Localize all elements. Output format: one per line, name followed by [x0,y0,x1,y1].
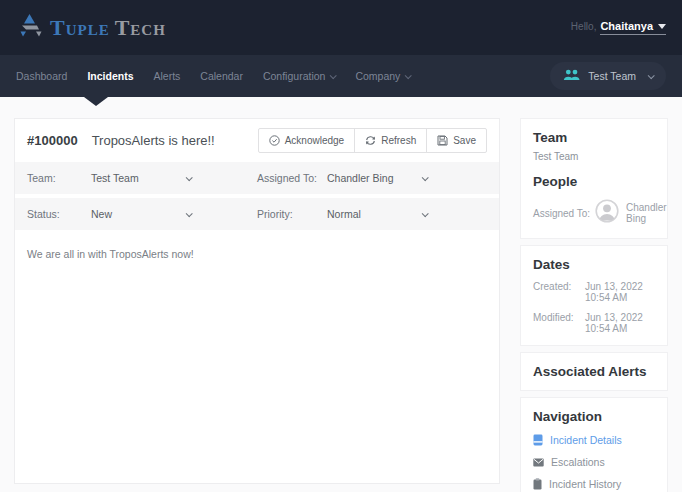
assigned-to-select-value: Chandler Bing [327,172,422,184]
incident-card-header: #100000 TroposAlerts is here!! Acknowled… [15,119,499,162]
nav-link-label: Incident History [549,478,621,490]
team-select-value: Test Team [91,172,186,184]
modified-row: Modified: Jun 13, 2022 10:54 AM [533,312,655,334]
nav-link-label: Incident Details [550,434,622,446]
main-nav: Dashboard Incidents Alerts Calendar Conf… [0,55,682,97]
assigned-to-select[interactable]: Chandler Bing [327,172,427,184]
incident-title: TroposAlerts is here!! [92,133,215,148]
incident-id: #100000 [27,133,78,148]
nav-item-configuration[interactable]: Configuration [263,70,335,82]
brand-secondary: Tech [115,15,166,40]
team-value: Test Team [533,151,655,162]
nav-item-calendar[interactable]: Calendar [200,70,243,82]
navigation-links: Incident Details Escalations [533,434,655,490]
user-area: Hello, Chaitanya [571,20,666,35]
save-label: Save [453,135,476,146]
nav-item-label: Calendar [200,70,243,82]
chevron-down-icon [422,210,429,217]
nav-item-label: Configuration [263,70,325,82]
nav-item-company[interactable]: Company [355,70,410,82]
caret-down-icon [658,24,666,29]
book-icon [533,434,543,446]
refresh-label: Refresh [381,135,416,146]
dates-section: Dates Created: Jun 13, 2022 10:54 AM Mod… [520,245,668,346]
chevron-down-icon [330,72,337,79]
brand-primary: Tuple [50,15,110,40]
user-name: Chaitanya [600,20,653,32]
assigned-to-label: Assigned To: [533,208,595,219]
chevron-down-icon [405,72,412,79]
people-heading: People [533,174,655,189]
team-field: Team: Test Team [27,172,257,184]
refresh-button[interactable]: Refresh [354,128,427,153]
logo-triangle-icon [16,14,43,41]
nav-item-dashboard[interactable]: Dashboard [16,70,67,82]
brand-name: TupleTech [50,15,166,41]
nav-item-label: Incidents [87,70,133,82]
priority-select-value: Normal [327,208,422,220]
nav-link-escalations[interactable]: Escalations [533,456,655,468]
form-row-2: Status: New Priority: Normal [15,198,499,230]
acknowledge-button[interactable]: Acknowledge [258,128,355,153]
detail-sidebar: Team Test Team People Assigned To: Chand… [520,118,668,492]
status-select-value: New [91,208,186,220]
envelope-icon [533,458,544,467]
chevron-down-icon [186,174,193,181]
team-select[interactable]: Test Team [91,172,191,184]
status-field: Status: New [27,208,257,220]
app-logo: TupleTech [16,14,166,41]
assigned-to-row: Assigned To: Chandler Bing [533,199,655,227]
status-field-label: Status: [27,208,91,220]
incident-description[interactable]: We are all in with TroposAlerts now! [15,234,499,483]
people-group-icon [563,69,580,83]
dates-heading: Dates [533,257,655,272]
navigation-section: Navigation Incident Details [520,397,668,492]
avatar [595,199,619,227]
priority-field-label: Priority: [257,208,327,220]
incident-actions: Acknowledge Refresh [258,128,487,153]
active-tab-notch [84,97,108,106]
user-menu[interactable]: Chaitanya [600,20,666,35]
acknowledge-label: Acknowledge [285,135,344,146]
team-selector-label: Test Team [588,70,636,82]
assigned-to-field: Assigned To: Chandler Bing [257,172,487,184]
chevron-down-icon [648,72,655,79]
nav-item-label: Alerts [153,70,180,82]
team-people-section: Team Test Team People Assigned To: Chand… [520,118,668,239]
nav-item-incidents[interactable]: Incidents [87,70,133,82]
nav-link-incident-history[interactable]: Incident History [533,478,655,490]
created-row: Created: Jun 13, 2022 10:54 AM [533,281,655,303]
clipboard-icon [533,478,542,490]
status-select[interactable]: New [91,208,191,220]
navigation-heading: Navigation [533,409,655,424]
assigned-to-field-label: Assigned To: [257,172,327,184]
created-value: Jun 13, 2022 10:54 AM [585,281,655,303]
nav-item-alerts[interactable]: Alerts [153,70,180,82]
priority-field: Priority: Normal [257,208,487,220]
team-heading: Team [533,130,655,145]
team-selector[interactable]: Test Team [550,62,666,90]
nav-link-label: Escalations [551,456,605,468]
save-icon [437,135,448,146]
modified-value: Jun 13, 2022 10:54 AM [585,312,655,334]
content-area: #100000 TroposAlerts is here!! Acknowled… [0,97,682,492]
assigned-to-name: Chandler Bing [626,202,667,224]
nav-item-label: Dashboard [16,70,67,82]
modified-label: Modified: [533,312,585,334]
team-field-label: Team: [27,172,91,184]
save-button[interactable]: Save [426,128,487,153]
check-circle-icon [269,135,280,146]
refresh-icon [365,135,376,146]
nav-link-incident-details[interactable]: Incident Details [533,434,655,446]
nav-item-label: Company [355,70,400,82]
chevron-down-icon [186,210,193,217]
chevron-down-icon [422,174,429,181]
form-row-1: Team: Test Team Assigned To: Chandler Bi… [15,162,499,194]
priority-select[interactable]: Normal [327,208,427,220]
associated-alerts-section: Associated Alerts [520,352,668,391]
created-label: Created: [533,281,585,303]
associated-alerts-heading: Associated Alerts [533,364,655,379]
greeting-label: Hello, [571,21,597,32]
top-header: TupleTech Hello, Chaitanya [0,0,682,55]
incident-card: #100000 TroposAlerts is here!! Acknowled… [14,118,500,484]
